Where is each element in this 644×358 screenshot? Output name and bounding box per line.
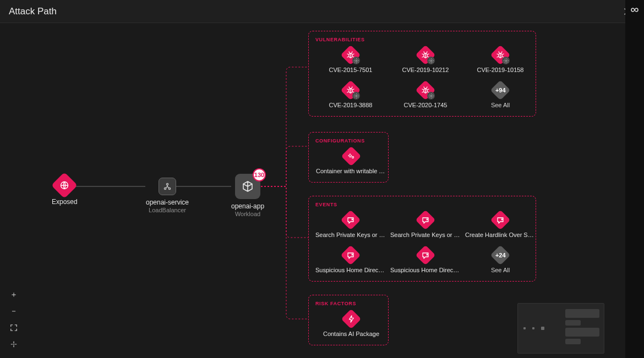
item-label: CVE-2015-7501: [329, 67, 373, 73]
group-events: Events Search Private Keys or Pa... Sear…: [308, 196, 536, 282]
item-label: Create Hardlink Over Sen...: [465, 232, 536, 238]
vuln-item[interactable]: CVE-2020-1745: [390, 83, 461, 108]
node-exposed[interactable]: Exposed: [52, 176, 78, 206]
zoom-controls: ＋ －: [8, 289, 20, 350]
vuln-item[interactable]: CVE-2019-3888: [315, 83, 386, 108]
bolt-icon: [341, 309, 362, 329]
workload-icon: 130: [235, 174, 260, 199]
event-icon: [341, 210, 361, 230]
vuln-item[interactable]: CVE-2015-7501: [315, 48, 386, 73]
item-label: Contains AI Package: [323, 331, 379, 337]
event-icon: [490, 210, 511, 230]
more-count-icon: +94: [490, 80, 511, 101]
node-sublabel: LoadBalancer: [149, 207, 186, 213]
gears-icon: [341, 146, 362, 167]
event-item[interactable]: Search Private Keys or Pa...: [390, 213, 461, 238]
right-rail: [625, 0, 644, 358]
graph-canvas[interactable]: Exposed openai-service LoadBalancer 130 …: [0, 23, 625, 358]
minimap[interactable]: [517, 303, 604, 354]
vuln-see-all[interactable]: +94 See All: [465, 83, 536, 108]
item-label: CVE-2019-10212: [402, 67, 449, 73]
config-item[interactable]: Container with writable ro...: [315, 149, 387, 174]
item-label: CVE-2019-10158: [477, 67, 523, 73]
gear-icon: [427, 57, 435, 64]
zoom-out-button[interactable]: －: [8, 305, 20, 317]
node-sublabel: Workload: [235, 211, 260, 217]
event-icon: [416, 245, 436, 266]
loadbalancer-icon: [159, 178, 176, 195]
gear-icon: [352, 57, 360, 64]
event-item[interactable]: Create Hardlink Over Sen...: [465, 213, 536, 238]
risk-item[interactable]: Contains AI Package: [315, 312, 387, 337]
group-configurations: Configurations Container with writable r…: [308, 132, 389, 183]
event-see-all[interactable]: +24 See All: [465, 248, 536, 273]
item-label: Search Private Keys or Pa...: [315, 232, 386, 238]
infinity-icon[interactable]: [629, 5, 640, 16]
gear-icon: [427, 92, 435, 100]
item-label: Container with writable ro...: [316, 168, 386, 174]
gear-icon: [502, 57, 510, 64]
fullscreen-icon: [10, 324, 18, 332]
vuln-item[interactable]: CVE-2019-10158: [465, 48, 536, 73]
page-title: Attack Path: [9, 6, 620, 17]
group-title: Vulnerabilities: [315, 37, 529, 42]
globe-icon: [51, 172, 78, 199]
gear-icon: [352, 92, 360, 100]
node-app[interactable]: 130 openai-app Workload: [231, 174, 264, 217]
item-label: CVE-2020-1745: [404, 102, 447, 108]
event-icon: [416, 210, 436, 230]
item-label: See All: [491, 267, 510, 273]
group-vulnerabilities: Vulnerabilities CVE-2015-7501 CVE-2019-1…: [308, 31, 536, 117]
recenter-icon: [10, 340, 18, 348]
group-title: Configurations: [315, 138, 381, 144]
group-title: Events: [315, 202, 529, 207]
more-count-icon: +24: [490, 245, 511, 266]
node-label: openai-app: [231, 202, 264, 210]
item-label: Search Private Keys or Pa...: [390, 232, 461, 238]
event-item[interactable]: Search Private Keys or Pa...: [315, 213, 386, 238]
vuln-item[interactable]: CVE-2019-10212: [390, 48, 461, 73]
item-label: See All: [491, 102, 510, 108]
zoom-in-button[interactable]: ＋: [8, 289, 20, 301]
node-service[interactable]: openai-service LoadBalancer: [146, 178, 189, 213]
item-label: CVE-2019-3888: [329, 102, 373, 108]
node-label: Exposed: [52, 198, 78, 206]
event-item[interactable]: Suspicious Home Directo...: [315, 248, 386, 273]
count-badge: 130: [253, 168, 266, 181]
event-icon: [341, 245, 361, 266]
group-risk-factors: Risk Factors Contains AI Package: [308, 295, 389, 345]
node-label: openai-service: [146, 199, 189, 206]
event-item[interactable]: Suspicious Home Directo...: [390, 248, 461, 273]
fullscreen-button[interactable]: [8, 322, 20, 334]
recenter-button[interactable]: [8, 338, 20, 350]
item-label: Suspicious Home Directo...: [390, 267, 461, 273]
item-label: Suspicious Home Directo...: [315, 267, 386, 273]
group-title: Risk Factors: [315, 301, 381, 306]
